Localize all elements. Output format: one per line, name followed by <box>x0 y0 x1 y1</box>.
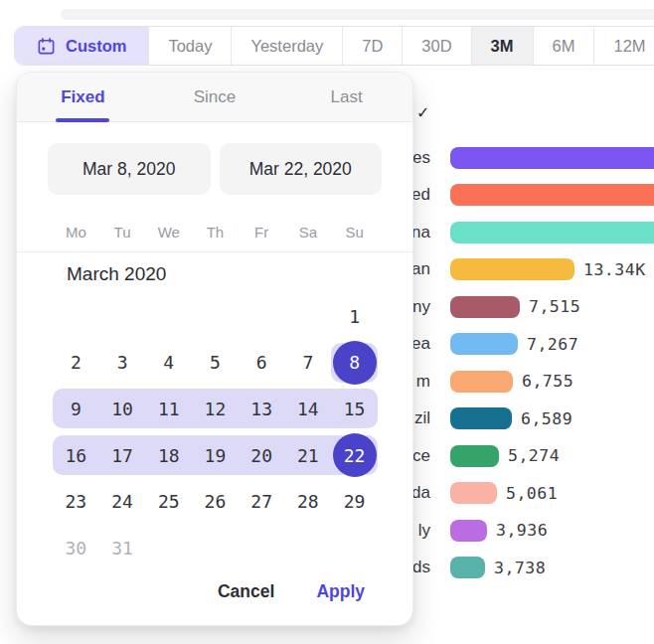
weekday-label: We <box>145 224 192 241</box>
calendar-week-row: 16 17 18 19 20 21 22 <box>53 432 378 479</box>
header-divider <box>17 251 412 252</box>
calendar-day[interactable]: 22 <box>331 432 378 479</box>
calendar-day <box>145 293 192 340</box>
calendar-day[interactable]: 4 <box>145 340 192 387</box>
preset-button[interactable]: Today <box>149 27 232 65</box>
calendar-day <box>99 293 146 340</box>
calendar-day[interactable]: 17 <box>99 432 146 479</box>
chart-value: 13.34K <box>583 260 646 279</box>
chart-bar <box>450 258 574 280</box>
tab-label: Since <box>194 87 237 107</box>
weekday-label: Su <box>331 224 378 241</box>
calendar-day[interactable]: 28 <box>285 478 332 525</box>
tab-label: Last <box>331 87 363 107</box>
calendar-day[interactable]: 6 <box>239 340 285 387</box>
month-title: March 2020 <box>67 263 166 285</box>
preset-button[interactable]: 6M <box>534 27 595 65</box>
calendar-day[interactable]: 13 <box>239 386 285 432</box>
date-inputs-row: Mar 8, 2020 Mar 22, 2020 <box>48 143 382 195</box>
calendar-day[interactable]: 26 <box>192 478 239 525</box>
chart-bar <box>450 333 518 355</box>
calendar-day[interactable]: 30 <box>53 525 99 571</box>
day-number: 29 <box>344 491 366 512</box>
calendar-day <box>192 525 239 571</box>
chart-bar <box>450 222 654 243</box>
calendar-day[interactable]: 11 <box>145 386 192 432</box>
preset-button[interactable]: Yesterday <box>232 27 343 65</box>
calendar-day[interactable]: 9 <box>53 386 99 432</box>
calendar-day[interactable]: 1 <box>331 293 378 340</box>
calendar-day <box>192 293 239 340</box>
calendar-day <box>285 525 332 571</box>
day-number: 17 <box>111 445 133 466</box>
preset-button[interactable]: 12M <box>594 27 654 65</box>
calendar-day[interactable]: 21 <box>285 432 332 479</box>
day-number: 28 <box>297 491 319 512</box>
chart-bar <box>450 296 520 318</box>
calendar-day <box>331 525 378 571</box>
end-date-input[interactable]: Mar 22, 2020 <box>220 143 383 195</box>
calendar-day[interactable]: 5 <box>192 340 239 387</box>
weekday-label: Sa <box>285 224 332 241</box>
calendar-icon <box>37 37 56 56</box>
date-range-toolbar: Custom Today Yesterday 7D 30D 3M 6M 12M <box>14 26 654 66</box>
calendar-day <box>285 293 332 340</box>
preset-label: Yesterday <box>250 37 323 56</box>
preset-label: 7D <box>362 37 383 56</box>
calendar-day[interactable]: 27 <box>239 478 285 525</box>
date-picker-popover: Fixed Since Last Mar 8, 2020 Mar 22, 202… <box>16 72 413 626</box>
day-number: 12 <box>205 399 227 419</box>
weekday-label: Mo <box>53 224 99 241</box>
calendar-week-row: 30 31 <box>53 525 378 571</box>
calendar-day[interactable]: 10 <box>99 386 146 432</box>
date-mode-tab[interactable]: Fixed <box>17 73 149 121</box>
weekday-label: Fr <box>239 224 285 241</box>
calendar-day[interactable]: 19 <box>192 432 239 479</box>
day-number: 15 <box>344 399 366 419</box>
calendar-week-row: 1 <box>53 293 378 340</box>
chart-bar <box>450 407 512 429</box>
preset-button[interactable]: 3M <box>472 27 534 65</box>
date-mode-tab[interactable]: Last <box>280 73 412 121</box>
calendar-day[interactable]: 14 <box>285 386 332 432</box>
start-date-input[interactable]: Mar 8, 2020 <box>48 143 211 195</box>
custom-range-button[interactable]: Custom <box>15 27 149 65</box>
calendar-day[interactable]: 7 <box>285 340 332 387</box>
chart-bar <box>450 482 497 504</box>
calendar-day[interactable]: 25 <box>145 478 192 525</box>
calendar-day[interactable]: 3 <box>99 340 146 387</box>
calendar-day[interactable]: 18 <box>145 432 192 479</box>
chart-value: 3,738 <box>494 559 546 577</box>
day-number: 21 <box>297 445 319 466</box>
preset-button[interactable]: 30D <box>403 27 471 65</box>
weekday-label: Th <box>192 224 239 241</box>
calendar-day[interactable]: 31 <box>99 525 146 571</box>
calendar-day[interactable]: 15 <box>331 386 378 432</box>
calendar-day[interactable]: 8 <box>331 340 378 387</box>
preset-button[interactable]: 7D <box>343 27 403 65</box>
preset-label: 6M <box>553 37 575 56</box>
apply-button[interactable]: Apply <box>316 581 365 602</box>
calendar-day[interactable]: 29 <box>331 478 378 525</box>
weekday-header: MoTuWeThFrSaSu <box>53 224 378 241</box>
calendar-day <box>145 525 192 571</box>
day-number: 13 <box>250 399 272 419</box>
calendar-day[interactable]: 24 <box>99 478 146 525</box>
date-mode-tabs: Fixed Since Last <box>17 73 412 122</box>
calendar-day[interactable]: 2 <box>53 340 99 387</box>
date-mode-tab[interactable]: Since <box>149 73 281 121</box>
day-number: 14 <box>297 399 319 419</box>
preset-label: Today <box>168 37 212 56</box>
day-number: 7 <box>302 352 313 373</box>
day-number: 16 <box>66 445 87 466</box>
day-number: 19 <box>205 445 227 466</box>
calendar-day[interactable]: 12 <box>192 386 239 432</box>
calendar-day[interactable]: 23 <box>53 478 99 525</box>
cancel-button[interactable]: Cancel <box>218 581 274 602</box>
calendar-day[interactable]: 16 <box>53 432 99 479</box>
calendar-day[interactable]: 20 <box>239 432 285 479</box>
calendar-week-row: 2 3 4 5 6 7 8 <box>53 340 378 387</box>
chart-bar <box>450 371 513 393</box>
day-number: 26 <box>205 491 227 512</box>
tab-label: Fixed <box>61 87 104 107</box>
